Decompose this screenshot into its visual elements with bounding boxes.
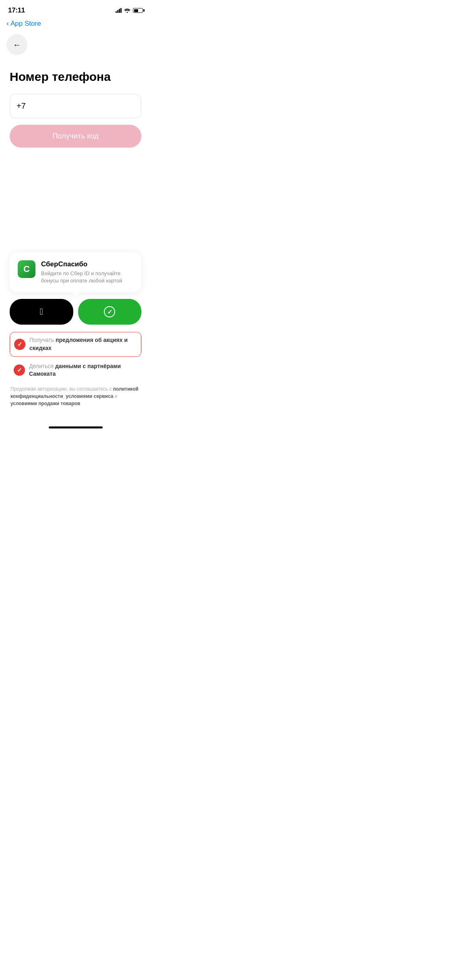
apple-login-button[interactable]:  [10, 299, 73, 325]
apple-logo-icon:  [40, 307, 43, 317]
app-store-label: App Store [10, 20, 41, 28]
sber-logo-letter: C [23, 264, 30, 274]
sber-logo: C [18, 260, 35, 278]
bottom-section: C СберСпасибо Войдите по Сбер ID и получ… [0, 252, 151, 423]
consent-item-promotions[interactable]: Получать предложения об акциях и скидках [10, 332, 141, 356]
phone-input-container[interactable] [10, 94, 141, 118]
sber-title: СберСпасибо [41, 260, 133, 268]
page-title: Номер телефона [10, 70, 141, 84]
get-code-button[interactable]: Получить код [10, 125, 141, 148]
sber-check-icon [104, 306, 115, 317]
signal-icon [116, 8, 122, 13]
back-chevron-icon: ‹ [6, 19, 9, 28]
main-content: Номер телефона Получить код [0, 62, 151, 148]
consent-text-2: Делиться данными с партнёрами Самоката [29, 362, 137, 378]
nav-bar: ‹ App Store [0, 18, 151, 31]
battery-icon [133, 8, 143, 13]
status-icons [116, 8, 143, 13]
check-circle-2 [14, 364, 25, 376]
consent-item-data-sharing[interactable]: Делиться данными с партнёрами Самоката [10, 358, 141, 382]
home-indicator [0, 423, 151, 432]
sale-terms-link[interactable]: условиями продажи товаров [10, 401, 80, 406]
home-bar [49, 426, 103, 428]
phone-input[interactable] [17, 101, 134, 111]
check-circle-1 [14, 339, 25, 350]
consent-text-1: Получать предложения об акциях и скидках [29, 336, 137, 352]
sber-login-button[interactable] [78, 299, 142, 325]
wifi-icon [124, 8, 130, 13]
back-button-container: ← [0, 31, 151, 62]
sber-description: Войдите по Сбер ID и получайте бонусы пр… [41, 270, 133, 284]
app-store-back-link[interactable]: ‹ App Store [6, 19, 41, 28]
status-time: 17:11 [8, 6, 25, 14]
back-arrow-icon: ← [13, 40, 21, 49]
sber-text: СберСпасибо Войдите по Сбер ID и получай… [41, 260, 133, 284]
terms-of-service-link[interactable]: условиями сервиса [66, 393, 113, 399]
back-button[interactable]: ← [6, 34, 27, 55]
status-bar: 17:11 [0, 0, 151, 18]
legal-text: Продолжая авторизацию, вы соглашаетесь с… [10, 385, 141, 407]
login-buttons:  [10, 299, 141, 325]
sber-card: C СберСпасибо Войдите по Сбер ID и получ… [10, 252, 141, 292]
